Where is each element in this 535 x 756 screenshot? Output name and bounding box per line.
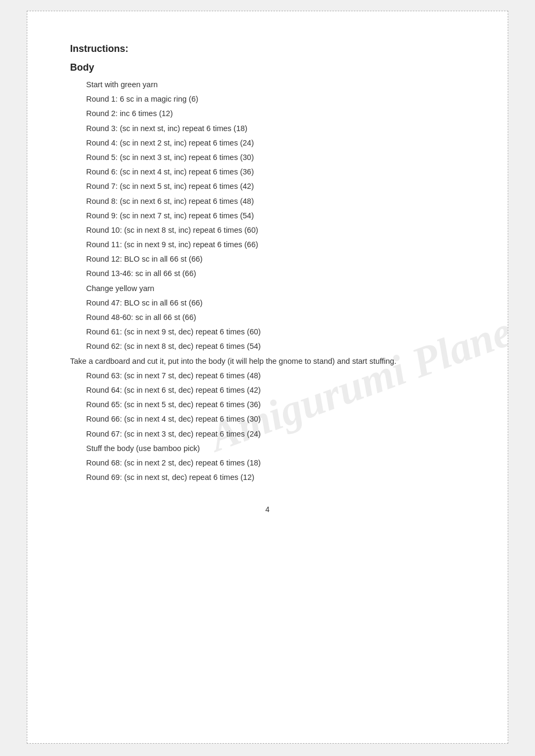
instruction-line: Round 11: (sc in next 9 st, inc) repeat …	[70, 239, 465, 251]
instruction-line: Round 64: (sc in next 6 st, dec) repeat …	[70, 384, 465, 396]
instruction-line: Round 67: (sc in next 3 st, dec) repeat …	[70, 428, 465, 440]
instructions-list: Start with green yarnRound 1: 6 sc in a …	[70, 79, 465, 484]
instruction-line: Take a cardboard and cut it, put into th…	[70, 355, 465, 368]
instruction-line: Round 63: (sc in next 7 st, dec) repeat …	[70, 370, 465, 382]
instructions-heading: Instructions:	[70, 43, 465, 55]
instruction-line: Round 5: (sc in next 3 st, inc) repeat 6…	[70, 151, 465, 164]
instruction-line: Round 9: (sc in next 7 st, inc) repeat 6…	[70, 210, 465, 222]
instruction-line: Stuff the body (use bamboo pick)	[70, 442, 465, 455]
instruction-line: Round 48-60: sc in all 66 st (66)	[70, 311, 465, 324]
instruction-line: Round 2: inc 6 times (12)	[70, 108, 465, 120]
instruction-line: Round 69: (sc in next st, dec) repeat 6 …	[70, 471, 465, 484]
instruction-line: Round 65: (sc in next 5 st, dec) repeat …	[70, 399, 465, 411]
instruction-line: Round 4: (sc in next 2 st, inc) repeat 6…	[70, 137, 465, 149]
instruction-line: Round 47: BLO sc in all 66 st (66)	[70, 297, 465, 309]
page-number: 4	[70, 505, 465, 514]
instruction-line: Round 66: (sc in next 4 st, dec) repeat …	[70, 413, 465, 425]
instruction-line: Round 10: (sc in next 8 st, inc) repeat …	[70, 224, 465, 236]
instruction-line: Round 1: 6 sc in a magic ring (6)	[70, 93, 465, 105]
body-heading: Body	[70, 62, 465, 73]
instruction-line: Round 8: (sc in next 6 st, inc) repeat 6…	[70, 195, 465, 208]
instruction-line: Round 3: (sc in next st, inc) repeat 6 t…	[70, 123, 465, 135]
instruction-line: Round 6: (sc in next 4 st, inc) repeat 6…	[70, 166, 465, 178]
instruction-line: Round 62: (sc in next 8 st, dec) repeat …	[70, 340, 465, 353]
instruction-line: Round 12: BLO sc in all 66 st (66)	[70, 253, 465, 265]
instruction-line: Round 13-46: sc in all 66 st (66)	[70, 268, 465, 280]
instruction-line: Round 68: (sc in next 2 st, dec) repeat …	[70, 457, 465, 469]
instruction-line: Round 61: (sc in next 9 st, dec) repeat …	[70, 326, 465, 338]
instruction-line: Round 7: (sc in next 5 st, inc) repeat 6…	[70, 180, 465, 193]
instruction-line: Start with green yarn	[70, 79, 465, 91]
page: Amigurumi Planet Instructions: Body Star…	[27, 11, 508, 744]
content: Instructions: Body Start with green yarn…	[70, 43, 465, 514]
instruction-line: Change yellow yarn	[70, 282, 465, 295]
